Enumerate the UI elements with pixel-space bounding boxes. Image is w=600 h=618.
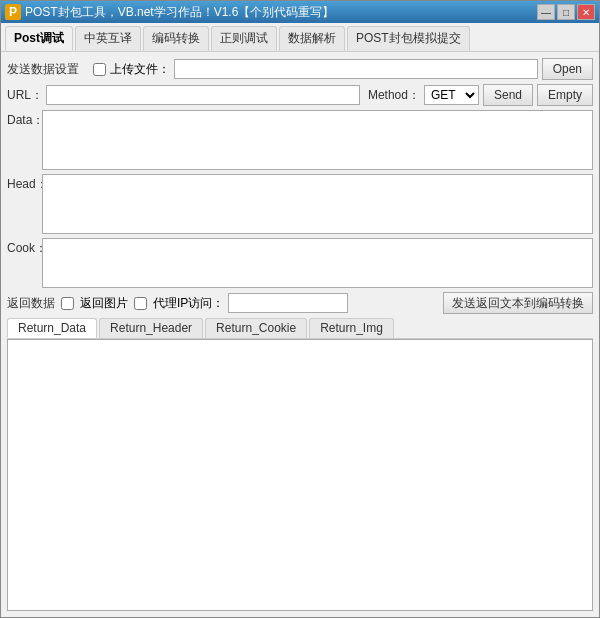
proxy-checkbox[interactable] [134, 297, 147, 310]
close-button[interactable]: ✕ [577, 4, 595, 20]
return-content-area [7, 339, 593, 611]
file-path-input[interactable] [174, 59, 538, 79]
head-textarea[interactable] [42, 174, 593, 234]
data-label: Data： [7, 110, 42, 129]
tab-data-parse[interactable]: 数据解析 [279, 26, 345, 51]
return-img-checkbox[interactable] [61, 297, 74, 310]
return-data-label: 返回数据 [7, 295, 55, 312]
tab-post-submit[interactable]: POST封包模拟提交 [347, 26, 470, 51]
minimize-button[interactable]: — [537, 4, 555, 20]
method-label: Method： [368, 87, 420, 104]
convert-button[interactable]: 发送返回文本到编码转换 [443, 292, 593, 314]
main-content: 发送数据设置 上传文件： Open URL： Method： GET POST … [1, 52, 599, 617]
empty-button[interactable]: Empty [537, 84, 593, 106]
tab-return-header[interactable]: Return_Header [99, 318, 203, 338]
send-config-label: 发送数据设置 [7, 61, 79, 78]
method-select[interactable]: GET POST PUT DELETE [424, 85, 479, 105]
return-config-row: 返回数据 返回图片 代理IP访问： 发送返回文本到编码转换 [7, 292, 593, 314]
tab-encode[interactable]: 编码转换 [143, 26, 209, 51]
main-window: P POST封包工具，VB.net学习作品！V1.6【个别代码重写】 — □ ✕… [0, 0, 600, 618]
head-label: Head： [7, 174, 42, 193]
tab-post-debug[interactable]: Post调试 [5, 26, 73, 51]
open-button[interactable]: Open [542, 58, 593, 80]
app-icon: P [5, 4, 21, 20]
cook-field-group: Cook： [7, 238, 593, 288]
title-bar: P POST封包工具，VB.net学习作品！V1.6【个别代码重写】 — □ ✕ [1, 1, 599, 23]
tab-return-img[interactable]: Return_Img [309, 318, 394, 338]
upload-file-group: 上传文件： [91, 61, 170, 78]
maximize-button[interactable]: □ [557, 4, 575, 20]
window-controls: — □ ✕ [537, 4, 595, 20]
menu-tabs: Post调试 中英互译 编码转换 正则调试 数据解析 POST封包模拟提交 [1, 23, 599, 52]
data-field-row: Data： [7, 110, 593, 170]
url-label: URL： [7, 87, 42, 104]
tab-return-cookie[interactable]: Return_Cookie [205, 318, 307, 338]
proxy-input[interactable] [228, 293, 348, 313]
return-tabs: Return_Data Return_Header Return_Cookie … [7, 318, 593, 339]
upload-file-checkbox[interactable] [93, 63, 106, 76]
url-input[interactable] [46, 85, 360, 105]
cook-field-row: Cook： [7, 238, 593, 288]
cook-textarea[interactable] [42, 238, 593, 288]
url-row: URL： Method： GET POST PUT DELETE Send Em… [7, 84, 593, 106]
cook-label: Cook： [7, 238, 42, 257]
tab-regex[interactable]: 正则调试 [211, 26, 277, 51]
data-textarea[interactable] [42, 110, 593, 170]
return-area: Return_Data Return_Header Return_Cookie … [7, 318, 593, 611]
proxy-label: 代理IP访问： [153, 295, 224, 312]
upload-file-label: 上传文件： [110, 61, 170, 78]
data-field-group: Data： [7, 110, 593, 170]
send-config-row: 发送数据设置 上传文件： Open [7, 58, 593, 80]
send-button[interactable]: Send [483, 84, 533, 106]
window-title: POST封包工具，VB.net学习作品！V1.6【个别代码重写】 [25, 4, 537, 21]
tab-return-data[interactable]: Return_Data [7, 318, 97, 338]
return-img-label: 返回图片 [80, 295, 128, 312]
head-field-row: Head： [7, 174, 593, 234]
head-field-group: Head： [7, 174, 593, 234]
tab-translate[interactable]: 中英互译 [75, 26, 141, 51]
return-textarea[interactable] [8, 340, 592, 610]
